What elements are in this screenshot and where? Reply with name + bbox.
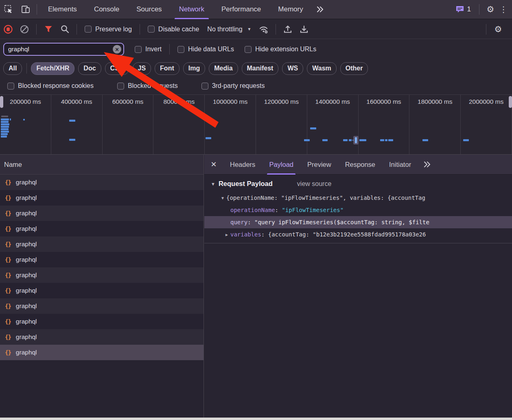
chip-doc[interactable]: Doc: [78, 62, 101, 75]
request-timing-bar: [509, 96, 512, 108]
colon: :: [261, 231, 268, 238]
tab-preview[interactable]: Preview: [300, 155, 338, 175]
payload-object-preview-row[interactable]: ▼{operationName: "ipFlowTimeseries", var…: [204, 192, 512, 204]
request-name: graphql: [16, 271, 37, 279]
payload-query-row-highlighted[interactable]: query: "query ipFlowTimeseries($accountT…: [204, 216, 512, 228]
request-timing-bar: [69, 120, 75, 122]
kebab-menu-icon[interactable]: ⋮: [499, 4, 508, 14]
issues-count: 1: [467, 5, 471, 13]
payload-operation-name-row[interactable]: operationName: "ipFlowTimeseries": [204, 204, 512, 216]
throttling-value: No throttling: [207, 26, 242, 33]
hide-extension-urls-checkbox[interactable]: Hide extension URLs: [245, 46, 316, 53]
invert-checkbox[interactable]: Invert: [135, 46, 162, 53]
chip-manifest[interactable]: Manifest: [242, 62, 279, 75]
table-row[interactable]: {}graphql: [0, 329, 203, 345]
request-payload-section-header[interactable]: ▼ Request Payload view source: [204, 180, 512, 188]
chip-img[interactable]: Img: [183, 62, 205, 75]
chip-js[interactable]: JS: [133, 62, 151, 75]
import-har-icon[interactable]: [282, 23, 294, 35]
table-row-selected[interactable]: {}graphql: [0, 345, 203, 360]
payload-variables-row[interactable]: ▶variables: {accountTag: "b12e3b2192ee55…: [204, 228, 512, 241]
network-overview-timeline[interactable]: 200000 ms 400000 ms 600000 ms 800000 ms …: [0, 94, 512, 155]
tab-elements[interactable]: Elements: [39, 0, 85, 19]
chip-ws[interactable]: WS: [282, 62, 303, 75]
tab-initiator[interactable]: Initiator: [382, 155, 418, 175]
request-name: graphql: [16, 287, 37, 294]
request-timing-bar: [1, 131, 9, 133]
preserve-log-checkbox[interactable]: Preserve log: [85, 26, 132, 33]
table-row[interactable]: {}graphql: [0, 252, 203, 267]
request-timing-bar: [304, 139, 310, 141]
checkbox: [148, 26, 155, 33]
issues-indicator[interactable]: 1: [455, 5, 471, 13]
checkbox: [245, 46, 252, 53]
hide-data-urls-checkbox[interactable]: Hide data URLs: [177, 46, 234, 53]
disable-cache-checkbox[interactable]: Disable cache: [148, 26, 199, 33]
blocked-requests-checkbox[interactable]: Blocked requests: [117, 82, 178, 90]
record-network-log-button[interactable]: [2, 23, 14, 35]
table-row[interactable]: {}graphql: [0, 221, 203, 236]
request-timing-bar: [463, 139, 469, 141]
tab-payload[interactable]: Payload: [262, 155, 300, 175]
network-settings-gear-icon[interactable]: ⚙: [492, 23, 504, 35]
export-har-icon[interactable]: [298, 23, 310, 35]
requests-name-column-header[interactable]: Name: [0, 155, 203, 175]
tab-response[interactable]: Response: [338, 155, 382, 175]
table-row[interactable]: {}graphql: [0, 283, 203, 298]
collapse-triangle-icon: ▼: [211, 182, 215, 186]
checkbox: [135, 46, 142, 53]
table-row[interactable]: {}graphql: [0, 236, 203, 252]
section-title: Request Payload: [219, 180, 273, 188]
timeline-tick: 400000 ms: [51, 95, 103, 154]
filter-input-container: ✕: [3, 43, 124, 56]
chip-label: All: [9, 65, 17, 72]
divider: [140, 24, 140, 35]
name-header-label: Name: [4, 161, 22, 168]
filter-funnel-icon[interactable]: [42, 23, 55, 35]
tab-memory[interactable]: Memory: [269, 0, 311, 19]
chip-all[interactable]: All: [3, 62, 22, 75]
chip-fetch-xhr[interactable]: Fetch/XHR: [31, 62, 74, 75]
network-conditions-icon[interactable]: [258, 23, 270, 35]
expand-triangle-icon[interactable]: ▶: [223, 232, 230, 237]
clear-network-log-icon[interactable]: [18, 23, 31, 35]
throttling-dropdown[interactable]: No throttling ▼: [207, 26, 251, 33]
expand-triangle-icon[interactable]: ▼: [219, 196, 226, 200]
table-row[interactable]: {}graphql: [0, 314, 203, 329]
inspect-element-icon[interactable]: [3, 4, 14, 15]
devtools-tabbar: Elements Console Sources Network Perform…: [0, 0, 512, 19]
settings-gear-icon[interactable]: ⚙: [485, 4, 496, 15]
tab-console[interactable]: Console: [85, 0, 128, 19]
search-icon[interactable]: [59, 23, 71, 35]
table-row[interactable]: {}graphql: [0, 206, 203, 221]
request-timing-bar: [385, 139, 387, 141]
filter-text-input[interactable]: [4, 46, 123, 53]
table-row[interactable]: {}graphql: [0, 175, 203, 190]
chip-other[interactable]: Other: [340, 62, 368, 75]
tab-network[interactable]: Network: [171, 0, 213, 19]
chip-label: Img: [188, 65, 200, 72]
property-key: query: [230, 219, 247, 225]
chip-font[interactable]: Font: [155, 62, 179, 75]
device-toolbar-icon[interactable]: [20, 4, 31, 15]
close-details-icon[interactable]: ✕: [204, 160, 223, 169]
disable-cache-label: Disable cache: [158, 26, 199, 33]
tab-sources[interactable]: Sources: [128, 0, 170, 19]
tab-headers[interactable]: Headers: [223, 155, 262, 175]
chip-wasm[interactable]: Wasm: [307, 62, 337, 75]
third-party-requests-checkbox[interactable]: 3rd-party requests: [201, 82, 265, 90]
requests-panel: Name {}graphql {}graphql {}graphql {}gra…: [0, 155, 204, 418]
more-tabs-icon[interactable]: [315, 4, 326, 15]
view-source-link[interactable]: view source: [297, 180, 331, 188]
tab-performance[interactable]: Performance: [213, 0, 269, 19]
table-row[interactable]: {}graphql: [0, 298, 203, 314]
table-row[interactable]: {}graphql: [0, 190, 203, 206]
more-details-tabs-icon[interactable]: [418, 161, 437, 168]
blocked-response-cookies-checkbox[interactable]: Blocked response cookies: [7, 82, 94, 90]
chip-css[interactable]: CSS: [105, 62, 129, 75]
clear-filter-icon[interactable]: ✕: [113, 45, 121, 54]
divider: [26, 63, 27, 74]
tab-label: Preview: [307, 161, 331, 168]
chip-media[interactable]: Media: [209, 62, 238, 75]
table-row[interactable]: {}graphql: [0, 267, 203, 283]
